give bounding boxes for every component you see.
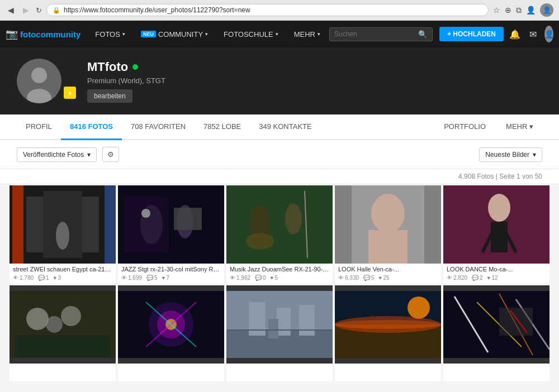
photo-thumbnail [118,185,224,264]
forward-button[interactable]: ▶ [21,4,31,16]
svg-rect-26 [424,185,441,264]
photo-stats: 👁 2.820 💬 2 ♥ 12 [443,274,549,283]
photo-thumbnail [118,285,224,364]
likes-stat: ♥ 7 [162,275,170,281]
svg-rect-25 [335,185,352,264]
nav-fotos[interactable]: FOTOS ▾ [88,21,132,47]
fotoschule-chevron-icon: ▾ [276,31,278,37]
tab-kontakte[interactable]: 349 KONTAKTE [250,114,320,140]
tab-favoriten[interactable]: 708 FAVORITEN [122,114,195,140]
extensions-icon[interactable]: ⧉ [516,6,522,15]
sort-filter[interactable]: Neueste Bilder ▾ [479,147,542,162]
views-stat: 👁 1.780 [13,275,34,281]
profile-name-row: MTfoto [87,60,542,74]
photo-stats [118,372,224,381]
profile-tabs: PROFIL 8416 FOTOS 708 FAVORITEN 7852 LOB… [0,114,559,140]
photo-stats [335,372,441,381]
likes-stat: ♥ 3 [54,275,61,281]
list-item[interactable] [10,285,116,381]
svg-rect-7 [12,185,23,264]
list-item[interactable]: JAZZ Stgt rx-21-30-col mitSony RX10.... … [118,185,224,283]
bookmark-icon[interactable]: ⊕ [505,6,511,15]
likes-stat: ♥ 12 [487,275,498,281]
nav-fotoschule[interactable]: FOTOSCHULE ▾ [217,21,285,47]
edit-profile-button[interactable]: bearbeiten [87,89,132,103]
list-item[interactable] [226,285,333,381]
address-bar[interactable]: 🔒 https://www.fotocommunity.de/user_phot… [46,4,489,16]
tab-portfolio[interactable]: PORTFOLIO [435,114,495,140]
profile-subtitle: Premium (World), STGT [87,77,542,85]
settings-gear-button[interactable]: ⚙ [102,147,119,162]
svg-point-53 [408,297,430,319]
search-input[interactable] [334,30,418,38]
list-item[interactable] [443,285,549,381]
search-bar[interactable]: 🔍 [329,27,433,41]
svg-point-55 [335,320,441,329]
comments-stat: 💬 0 [255,275,266,281]
svg-point-19 [285,203,302,235]
svg-rect-24 [368,230,408,264]
mehr-chevron-icon: ▾ [318,31,320,37]
comments-stat: 💬 1 [38,275,49,281]
published-filter[interactable]: Veröffentlichte Fotos ▾ [17,147,97,162]
back-button[interactable]: ◀ [6,4,16,16]
list-item[interactable]: LOOK DANCE Mo-ca-... 👁 2.820 💬 2 ♥ 12 [443,185,549,283]
tab-fotos[interactable]: 8416 FOTOS [61,114,122,140]
svg-rect-8 [105,185,116,264]
logo-text: fotocommunity [20,30,80,39]
list-item[interactable]: street ZWEI schauen Egypt ca-21-53-... 👁… [10,185,116,283]
svg-rect-29 [491,222,508,252]
photo-caption: Musik Jazz DuoamSee RX-21-90-c... [226,264,333,274]
list-item[interactable] [335,285,441,381]
browser-avatar[interactable]: 👤 [540,3,553,17]
tab-mehr[interactable]: MEHR ▾ [497,114,542,140]
svg-point-23 [371,194,405,233]
photo-thumbnail [335,185,441,264]
views-stat: 👁 1.962 [230,275,250,281]
tab-lobe[interactable]: 7852 LOBE [195,114,250,140]
logo[interactable]: 📷 fotocommunity [6,28,80,40]
photo-grid: street ZWEI schauen Egypt ca-21-53-... 👁… [0,184,559,383]
upload-button[interactable]: + HOCHLADEN [439,27,504,41]
photo-stats [226,372,333,381]
logo-camera-icon: 📷 [6,28,18,40]
photo-caption [335,364,441,372]
browser-bar: ◀ ▶ ↻ 🔒 https://www.fotocommunity.de/use… [0,0,559,21]
comments-stat: 💬 2 [472,275,483,281]
community-chevron-icon: ▾ [205,31,208,37]
svg-rect-14 [174,208,202,230]
photo-caption: JAZZ Stgt rx-21-30-col mitSony RX10.... [118,264,224,274]
nav-mehr[interactable]: MEHR ▾ [287,21,327,47]
photo-row-1: street ZWEI schauen Egypt ca-21-53-... 👁… [8,184,551,284]
tab-profil[interactable]: PROFIL [17,114,61,140]
list-item[interactable]: LOOK Halle Ven-ca-... 👁 6.330 💬 5 ♥ 25 [335,185,441,283]
profile-info: MTfoto Premium (World), STGT bearbeiten [87,60,542,103]
star-icon[interactable]: ☆ [493,6,500,15]
search-icon[interactable]: 🔍 [418,30,428,39]
online-status-dot [132,64,138,70]
views-stat: 👁 1.699 [121,275,142,281]
svg-point-21 [246,233,274,250]
refresh-button[interactable]: ↻ [36,6,42,15]
photo-caption [226,364,333,372]
user-avatar[interactable]: 👤 [544,26,553,42]
photo-stats: 👁 1.699 💬 5 ♥ 7 [118,274,224,283]
nav-neu-badge[interactable]: NEU COMMUNITY ▾ [134,21,215,47]
accounts-icon[interactable]: 👤 [526,6,536,15]
photo-thumbnail [226,285,333,364]
photo-row-2 [8,284,551,383]
mail-icon[interactable]: ✉ [526,29,540,40]
svg-rect-6 [82,197,99,252]
likes-stat: ♥ 5 [271,275,278,281]
photo-count-text: 4.908 Fotos | Seite 1 von 50 [458,173,542,180]
notification-icon[interactable]: 🔔 [506,29,524,40]
list-item[interactable]: Musik Jazz DuoamSee RX-21-90-c... 👁 1.96… [226,185,333,283]
photo-thumbnail [10,185,116,264]
photo-thumbnail [226,185,333,264]
comments-stat: 💬 5 [146,275,158,281]
svg-point-28 [488,194,510,222]
photo-count-bar: 4.908 Fotos | Seite 1 von 50 [0,169,559,184]
photo-caption [443,364,549,372]
profile-name: MTfoto [87,60,128,74]
list-item[interactable] [118,285,224,381]
